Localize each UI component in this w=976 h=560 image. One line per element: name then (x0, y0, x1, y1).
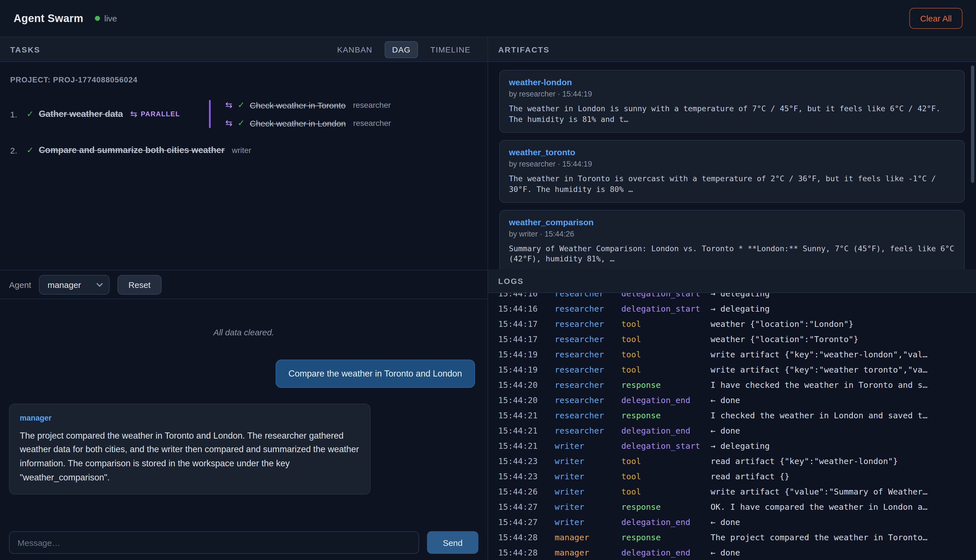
task-agent: writer (232, 146, 251, 155)
log-agent: writer (555, 487, 621, 496)
log-event: tool (621, 365, 711, 374)
parallel-divider (209, 100, 211, 128)
log-agent: writer (555, 457, 621, 465)
artifact-preview: The weather in Toronto is overcast with … (509, 173, 955, 195)
artifact-title: weather-london (509, 77, 955, 87)
parallel-badge: ⇆ PARALLEL (130, 109, 180, 119)
log-time: 15:44:28 (498, 533, 555, 542)
subtask-list: ⇆ ✓ Check weather in Toronto researcher … (225, 99, 391, 129)
artifact-card[interactable]: weather_comparison by writer · 15:44:26 … (499, 210, 965, 269)
log-message: weather {"location":"London"} (711, 319, 966, 328)
subtask-row[interactable]: ⇆ ✓ Check weather in London researcher (225, 118, 391, 128)
log-time: 15:44:21 (498, 411, 555, 420)
parallel-icon: ⇆ (225, 118, 232, 128)
app-title: Agent Swarm (13, 12, 83, 25)
log-agent: writer (555, 472, 621, 481)
task-title: Compare and summarize both cities weathe… (39, 145, 225, 155)
log-row: 15:44:23 writer tool read_artifact {"key… (498, 453, 966, 468)
log-message: → delegating (711, 304, 966, 313)
log-agent: writer (555, 502, 621, 511)
log-time: 15:44:16 (498, 293, 555, 298)
user-message-bubble: Compare the weather in Toronto and Londo… (275, 360, 475, 388)
artifact-card[interactable]: weather-london by researcher · 15:44:19 … (499, 70, 965, 133)
task-title: Gather weather data (39, 109, 123, 119)
logs-header: LOGS (488, 269, 976, 293)
log-agent: researcher (555, 293, 621, 298)
agent-select[interactable]: manager (39, 275, 110, 294)
log-event: delegation_end (621, 426, 711, 435)
agent-select-value: manager (47, 280, 81, 289)
view-toggle: KANBAN DAG TIMELINE (330, 41, 477, 58)
log-time: 15:44:19 (498, 365, 555, 374)
log-row: 15:44:21 researcher response I checked t… (498, 408, 966, 423)
log-row: 15:44:27 writer response OK. I have comp… (498, 499, 966, 514)
log-event: response (621, 502, 711, 511)
log-event: delegation_end (621, 548, 711, 557)
log-agent: researcher (555, 365, 621, 374)
log-event: tool (621, 487, 711, 496)
subtask-title: Check weather in London (250, 118, 346, 128)
send-button[interactable]: Send (427, 531, 479, 554)
parallel-icon: ⇆ (225, 100, 232, 110)
agent-label: Agent (9, 280, 31, 289)
subtask-agent: researcher (353, 118, 391, 128)
project-label: PROJECT: PROJ-1774088056024 (10, 76, 477, 84)
check-icon: ✓ (237, 118, 245, 128)
log-time: 15:44:17 (498, 319, 555, 328)
log-row: 15:44:23 writer tool read_artifact {} (498, 468, 966, 484)
chat-area[interactable]: All data cleared. Compare the weather in… (0, 299, 487, 525)
log-agent: researcher (555, 319, 621, 328)
artifacts-header: ARTIFACTS (488, 37, 976, 62)
app-root: Agent Swarm live Clear All TASKS KANBAN … (0, 0, 976, 560)
log-agent: researcher (555, 395, 621, 405)
log-time: 15:44:23 (498, 472, 555, 481)
view-timeline-button[interactable]: TIMELINE (424, 42, 477, 57)
log-message: read_artifact {} (711, 472, 966, 481)
task-index: 2. (10, 145, 22, 155)
log-event: delegation_start (621, 293, 711, 298)
log-row: 15:44:17 researcher tool weather {"locat… (498, 316, 966, 332)
task-index: 1. (10, 109, 22, 119)
artifacts-list[interactable]: weather-london by researcher · 15:44:19 … (488, 62, 976, 269)
logs-list[interactable]: 15:44:16 researcher delegation_start → d… (488, 293, 976, 560)
log-message: OK. I have compared the weather in Londo… (711, 502, 966, 511)
log-event: tool (621, 319, 711, 328)
log-row: 15:44:20 researcher delegation_end ← don… (498, 392, 966, 408)
agent-bar: Agent manager Reset (0, 270, 487, 299)
log-row: 15:44:19 researcher tool write_artifact … (498, 362, 966, 377)
check-icon: ✓ (237, 100, 245, 110)
log-time: 15:44:27 (498, 502, 555, 511)
artifact-preview: Summary of Weather Comparison: London vs… (509, 243, 955, 265)
task-row[interactable]: 1. ✓ Gather weather data ⇆ PARALLEL (10, 99, 209, 129)
task-row[interactable]: 2. ✓ Compare and summarize both cities w… (10, 145, 477, 155)
log-row: 15:44:28 manager response The project co… (498, 530, 966, 545)
subtask-row[interactable]: ⇆ ✓ Check weather in Toronto researcher (225, 100, 391, 110)
log-time: 15:44:23 (498, 457, 555, 465)
artifact-card[interactable]: weather_toronto by researcher · 15:44:19… (499, 140, 965, 203)
scrollbar-thumb[interactable] (971, 65, 974, 183)
log-event: response (621, 380, 711, 389)
log-row: 15:44:19 researcher tool write_artifact … (498, 347, 966, 362)
clear-all-button[interactable]: Clear All (909, 8, 963, 29)
artifact-preview: The weather in London is sunny with a te… (509, 103, 955, 125)
log-event: delegation_end (621, 395, 711, 405)
log-time: 15:44:19 (498, 350, 555, 359)
message-input[interactable] (9, 531, 419, 554)
log-agent: researcher (555, 304, 621, 313)
top-bar: Agent Swarm live Clear All (0, 0, 976, 37)
log-event: tool (621, 350, 711, 359)
artifact-meta: by researcher · 15:44:19 (509, 160, 955, 168)
view-kanban-button[interactable]: KANBAN (330, 42, 379, 57)
log-time: 15:44:16 (498, 304, 555, 313)
log-row: 15:44:17 researcher tool weather {"locat… (498, 332, 966, 347)
log-message: write_artifact {"key":"weather-london","… (711, 350, 966, 359)
artifacts-header-title: ARTIFACTS (498, 45, 550, 54)
reset-button[interactable]: Reset (118, 275, 161, 294)
log-message: I have checked the weather in Toronto an… (711, 380, 966, 389)
log-message: → delegating (711, 441, 966, 450)
log-message: read_artifact {"key":"weather-london"} (711, 457, 966, 465)
log-row: 15:44:27 writer delegation_end ← done (498, 514, 966, 530)
log-message: ← done (711, 426, 966, 435)
view-dag-button[interactable]: DAG (385, 41, 418, 58)
log-agent: manager (555, 548, 621, 557)
